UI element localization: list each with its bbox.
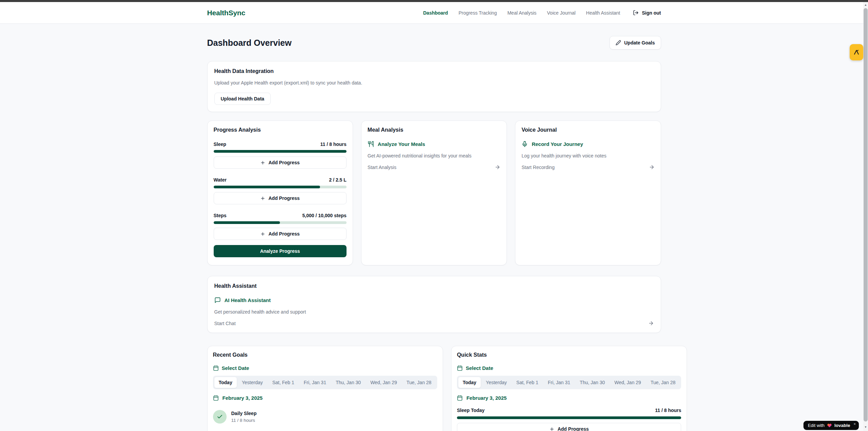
quick-stats-current-date[interactable]: February 3, 2025 — [457, 395, 681, 401]
add-progress-water-button[interactable]: Add Progress — [214, 192, 347, 204]
start-chat-link[interactable]: Start Chat — [214, 320, 654, 326]
lovable-editor-fab[interactable] — [850, 44, 863, 60]
nav-dashboard[interactable]: Dashboard — [423, 10, 448, 16]
record-your-journey-link[interactable]: Record Your Journey — [521, 141, 654, 147]
tab-yesterday[interactable]: Yesterday — [237, 377, 267, 388]
utensils-icon — [368, 141, 374, 147]
brand-logo[interactable]: HealthSync — [207, 9, 245, 17]
update-goals-button[interactable]: Update Goals — [609, 36, 661, 50]
progress-bar-fill — [214, 186, 320, 188]
tab-today[interactable]: Today — [458, 377, 481, 388]
add-progress-label: Add Progress — [268, 231, 300, 237]
progress-analysis-card: Progress Analysis Sleep 11 / 8 hours Add… — [207, 120, 353, 265]
progress-bar-track — [214, 221, 347, 224]
tab-thu-jan-30[interactable]: Thu, Jan 30 — [575, 377, 609, 388]
sign-out-button[interactable]: Sign out — [633, 10, 661, 16]
arrow-right-icon — [648, 320, 654, 326]
recent-goals-current-date[interactable]: February 3, 2025 — [213, 395, 437, 401]
add-progress-label: Add Progress — [557, 426, 589, 431]
tab-today[interactable]: Today — [214, 377, 237, 388]
nav-meal-analysis[interactable]: Meal Analysis — [507, 10, 536, 16]
goal-value: 11 / 8 hours — [231, 418, 257, 423]
tab-tue-jan-28[interactable]: Tue, Jan 28 — [646, 377, 680, 388]
goal-name: Daily Sleep — [231, 411, 257, 416]
badge-close-icon[interactable]: × — [854, 422, 856, 426]
tab-fri-jan-31[interactable]: Fri, Jan 31 — [543, 377, 574, 388]
arrow-right-icon — [495, 164, 500, 170]
start-recording-link[interactable]: Start Recording — [521, 164, 654, 170]
tab-wed-jan-29[interactable]: Wed, Jan 29 — [610, 377, 645, 388]
plus-icon — [260, 231, 265, 237]
quick-stats-select-date-button[interactable]: Select Date — [457, 365, 681, 371]
app-header: HealthSync Dashboard Progress Tracking M… — [0, 2, 868, 24]
check-circle-icon — [213, 410, 227, 424]
voice-journal-card: Voice Journal Record Your Journey Log yo… — [515, 120, 661, 265]
nav-voice-journal[interactable]: Voice Journal — [547, 10, 575, 16]
upload-health-data-button[interactable]: Upload Health Data — [214, 93, 271, 105]
tab-wed-jan-29[interactable]: Wed, Jan 29 — [366, 377, 401, 388]
ai-health-assistant-label: AI Health Assistant — [225, 297, 271, 303]
tab-sat-feb-1[interactable]: Sat, Feb 1 — [512, 377, 543, 388]
metric-label: Sleep — [214, 142, 226, 147]
progress-bar-track — [214, 186, 347, 188]
chat-bubble-icon — [214, 297, 221, 303]
metric-value: 5,000 / 10,000 steps — [302, 213, 347, 218]
quick-stats-date-tabs: Today Yesterday Sat, Feb 1 Fri, Jan 31 T… — [457, 376, 681, 389]
log-out-icon — [633, 10, 639, 16]
start-analysis-link[interactable]: Start Analysis — [368, 164, 500, 170]
add-progress-sleep-button[interactable]: Add Progress — [214, 156, 347, 169]
recent-goals-select-date-button[interactable]: Select Date — [213, 365, 437, 371]
tab-sat-feb-1[interactable]: Sat, Feb 1 — [268, 377, 299, 388]
voice-title: Voice Journal — [521, 127, 654, 133]
goal-list-item: Daily Sleep 11 / 8 hours — [213, 410, 437, 424]
edit-with-lovable-badge[interactable]: Edit with lovable × — [803, 421, 859, 430]
health-assistant-card: Health Assistant AI Health Assistant Get… — [207, 276, 661, 333]
add-progress-steps-button[interactable]: Add Progress — [214, 228, 347, 240]
microphone-icon — [521, 141, 528, 147]
calendar-icon — [213, 365, 219, 371]
pencil-icon — [616, 40, 621, 45]
assistant-title: Health Assistant — [214, 283, 654, 289]
calendar-icon — [457, 395, 463, 401]
tab-fri-jan-31[interactable]: Fri, Jan 31 — [299, 377, 331, 388]
metric-value: 2 / 2.5 L — [329, 177, 346, 183]
plus-icon — [260, 196, 265, 201]
vertical-scrollbar[interactable]: ▲ ▼ — [863, 0, 868, 431]
tab-yesterday[interactable]: Yesterday — [481, 377, 511, 388]
ai-health-assistant-link[interactable]: AI Health Assistant — [214, 297, 654, 303]
calendar-icon — [457, 365, 463, 371]
recent-goals-card: Recent Goals Select Date Today Yesterday… — [207, 346, 443, 431]
recent-goals-title: Recent Goals — [213, 352, 437, 358]
current-date-label: February 3, 2025 — [223, 395, 263, 401]
metric-steps: Steps 5,000 / 10,000 steps Add Progress — [214, 213, 347, 240]
calendar-icon — [213, 395, 219, 401]
lovable-logo-icon — [853, 49, 860, 56]
add-progress-label: Add Progress — [268, 160, 300, 165]
analyze-progress-button[interactable]: Analyze Progress — [214, 245, 347, 257]
add-progress-label: Add Progress — [268, 195, 300, 201]
nav-health-assistant[interactable]: Health Assistant — [586, 10, 620, 16]
scrollbar-down-arrow[interactable]: ▼ — [863, 424, 868, 430]
analyze-your-meals-label: Analyze Your Meals — [378, 141, 425, 147]
tab-tue-jan-28[interactable]: Tue, Jan 28 — [402, 377, 436, 388]
sign-out-label: Sign out — [642, 10, 661, 16]
add-progress-sleep-today-button[interactable]: Add Progress — [457, 423, 681, 431]
metric-water: Water 2 / 2.5 L Add Progress — [214, 177, 347, 204]
metric-label: Water — [214, 177, 227, 183]
select-date-label: Select Date — [222, 365, 249, 371]
recent-goals-date-tabs: Today Yesterday Sat, Feb 1 Fri, Jan 31 T… — [213, 376, 437, 389]
start-analysis-label: Start Analysis — [368, 165, 396, 170]
start-recording-label: Start Recording — [521, 165, 554, 170]
analyze-your-meals-link[interactable]: Analyze Your Meals — [368, 141, 500, 147]
metric-label: Steps — [214, 213, 227, 218]
health-data-integration-card: Health Data Integration Upload your Appl… — [207, 61, 661, 112]
start-chat-label: Start Chat — [214, 321, 236, 326]
scrollbar-thumb[interactable] — [864, 8, 868, 421]
progress-bar-fill — [214, 150, 347, 153]
badge-brand: lovable — [834, 423, 850, 428]
progress-bar-fill — [214, 221, 280, 224]
heart-icon — [827, 423, 832, 428]
scrollbar-up-arrow[interactable]: ▲ — [863, 2, 868, 7]
tab-thu-jan-30[interactable]: Thu, Jan 30 — [331, 377, 365, 388]
nav-progress-tracking[interactable]: Progress Tracking — [459, 10, 497, 16]
